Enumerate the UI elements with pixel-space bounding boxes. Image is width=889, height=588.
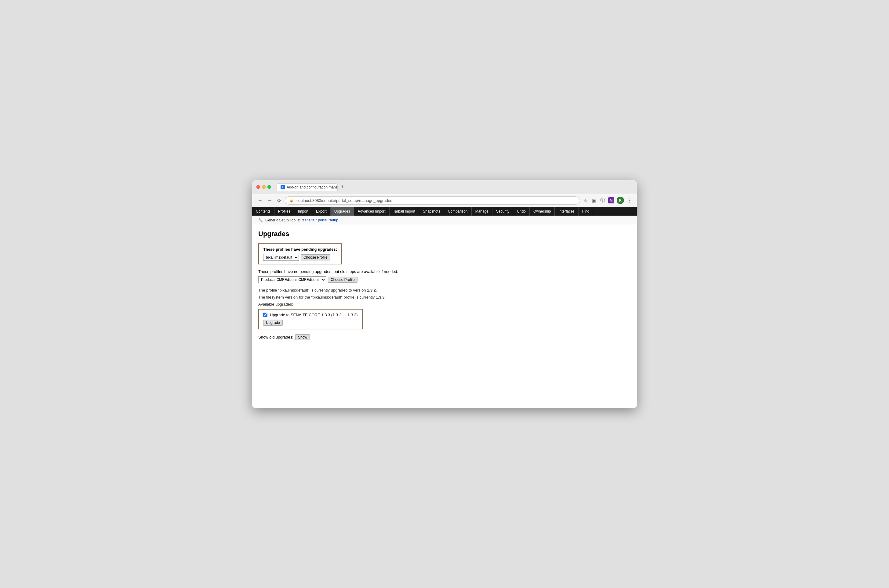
address-actions: ☆ ▣ ⓘ M R ⋮ <box>582 197 633 204</box>
breadcrumb-link-portal-setup[interactable]: portal_setup <box>318 218 338 222</box>
no-pending-profile-row: Products.CMFEditions:CMFEditions Choose … <box>258 276 631 283</box>
address-bar: ← → ⟳ 🔒 localhost:8080/senaite/portal_se… <box>252 194 637 207</box>
pending-profile-row: bika.lims:default Choose Profile <box>263 254 337 261</box>
extension-icon[interactable]: M <box>608 197 614 203</box>
info-text-1-prefix: The profile "bika.lims:default" is curre… <box>258 288 367 292</box>
maximize-button[interactable] <box>268 185 271 189</box>
breadcrumb-link-senaite[interactable]: /senaite <box>302 218 314 222</box>
no-pending-title: These profiles have no pending upgrades,… <box>258 269 631 274</box>
traffic-lights <box>256 185 271 189</box>
tab-bar: A Add-on and configuration mana… ✕ + <box>277 183 633 191</box>
show-old-upgrades-section: Show old upgrades: Show <box>258 334 631 340</box>
forward-button[interactable]: → <box>266 197 274 204</box>
nav-item-ownership[interactable]: Ownership <box>529 207 555 216</box>
upgrade-label: Upgrade to SENAITE.CORE 1.3.3 (1.3.2 → 1… <box>270 313 358 317</box>
pending-profile-select[interactable]: bika.lims:default <box>263 254 299 261</box>
nav-item-security[interactable]: Security <box>492 207 513 216</box>
browser-tab-active[interactable]: A Add-on and configuration mana… ✕ <box>277 183 338 191</box>
show-old-label: Show old upgrades: <box>258 335 293 339</box>
lock-icon: 🔒 <box>289 198 294 202</box>
page-title: Upgrades <box>258 230 631 238</box>
pending-upgrades-box: These profiles have pending upgrades: bi… <box>258 243 342 264</box>
info-icon[interactable]: ⓘ <box>600 197 606 203</box>
available-upgrades-title: Available upgrades: <box>258 302 631 306</box>
page-content: Upgrades These profiles have pending upg… <box>252 225 637 408</box>
show-button[interactable]: Show <box>295 334 310 340</box>
nav-item-contents[interactable]: Contents <box>252 207 274 216</box>
info-text-2: The filesystem version for the "bika.lim… <box>258 295 631 300</box>
upgrade-checkbox[interactable] <box>263 313 268 317</box>
nav-item-interfaces[interactable]: Interfaces <box>555 207 579 216</box>
nav-item-profiles[interactable]: Profiles <box>274 207 294 216</box>
nav-item-export[interactable]: Export <box>312 207 331 216</box>
nav-item-find[interactable]: Find <box>579 207 593 216</box>
upgrade-box: Upgrade to SENAITE.CORE 1.3.3 (1.3.2 → 1… <box>258 309 363 329</box>
nav-item-undo[interactable]: Undo <box>513 207 529 216</box>
star-icon[interactable]: ☆ <box>582 197 588 203</box>
wrench-icon: 🔧 <box>258 218 263 222</box>
info-text-2-prefix: The filesystem version for the "bika.lim… <box>258 295 376 300</box>
info-text-2-suffix: . <box>385 295 386 300</box>
back-button[interactable]: ← <box>256 197 264 204</box>
upgrade-row: Upgrade to SENAITE.CORE 1.3.3 (1.3.2 → 1… <box>263 313 358 317</box>
nav-item-advanced-import[interactable]: Advanced Import <box>354 207 390 216</box>
nav-menu: Contents Profiles Import Export Upgrades… <box>252 207 637 216</box>
url-bar[interactable]: 🔒 localhost:8080/senaite/portal_setup/ma… <box>285 196 580 205</box>
version-1: 1.3.2 <box>367 288 376 292</box>
nav-item-tarball-import[interactable]: Tarball Import <box>390 207 420 216</box>
nav-item-upgrades[interactable]: Upgrades <box>331 207 354 216</box>
no-pending-choose-profile-button[interactable]: Choose Profile <box>328 277 358 283</box>
available-upgrades-section: Available upgrades: Upgrade to SENAITE.C… <box>258 302 631 329</box>
info-text-1-suffix: . <box>376 288 377 292</box>
tab-favicon: A <box>281 185 285 189</box>
upgrade-button[interactable]: Upgrade <box>263 320 283 326</box>
minimize-button[interactable] <box>262 185 266 189</box>
tab-title: Add-on and configuration mana… <box>287 185 338 189</box>
breadcrumb-prefix: Generic Setup Tool at <box>265 218 301 222</box>
version-2: 1.3.3 <box>376 295 385 300</box>
breadcrumb-bar: 🔧 Generic Setup Tool at /senaite / porta… <box>252 216 637 225</box>
new-tab-button[interactable]: + <box>339 183 346 190</box>
url-text: localhost:8080/senaite/portal_setup/mana… <box>295 198 392 203</box>
no-pending-profile-select[interactable]: Products.CMFEditions:CMFEditions <box>258 276 326 283</box>
user-avatar[interactable]: R <box>617 197 624 204</box>
nav-item-snapshots[interactable]: Snapshots <box>419 207 444 216</box>
pending-choose-profile-button[interactable]: Choose Profile <box>301 254 330 261</box>
breadcrumb-separator: / <box>316 218 317 222</box>
menu-icon[interactable]: ⋮ <box>626 197 633 203</box>
nav-item-manage[interactable]: Manage <box>472 207 492 216</box>
nav-item-import[interactable]: Import <box>294 207 312 216</box>
close-button[interactable] <box>256 185 260 189</box>
nav-item-comparison[interactable]: Comparison <box>444 207 472 216</box>
reading-list-icon[interactable]: ▣ <box>591 197 597 203</box>
browser-window: A Add-on and configuration mana… ✕ + ← →… <box>252 180 637 408</box>
title-bar: A Add-on and configuration mana… ✕ + <box>252 180 637 194</box>
pending-box-title: These profiles have pending upgrades: <box>263 247 337 252</box>
info-text-1: The profile "bika.lims:default" is curre… <box>258 288 631 292</box>
reload-button[interactable]: ⟳ <box>276 197 283 204</box>
no-pending-section: These profiles have no pending upgrades,… <box>258 269 631 283</box>
